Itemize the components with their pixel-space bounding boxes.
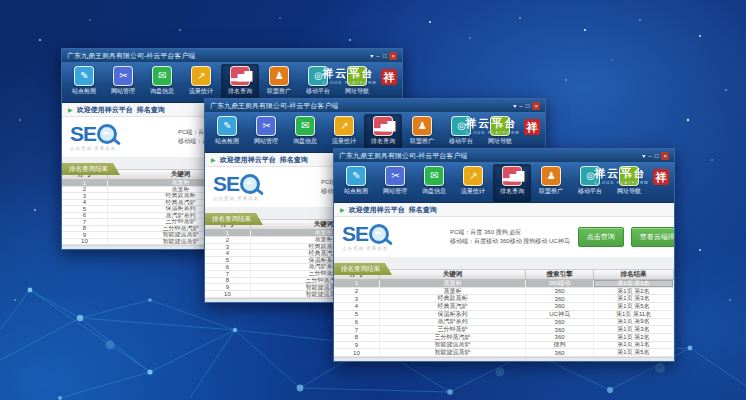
magnifier-icon: ☁ xyxy=(240,174,260,194)
table-cell: 2 xyxy=(62,187,108,193)
table-cell: 8 xyxy=(205,278,251,284)
brand-seal-icon: 祥 xyxy=(524,119,540,135)
table-cell: 3 xyxy=(205,244,251,250)
toolbar-item-traffic-stats[interactable]: ↗流量统计 xyxy=(454,164,492,202)
minimize-button[interactable]: − xyxy=(648,152,652,160)
site-check-icon: ✎ xyxy=(217,116,237,136)
maximize-button[interactable]: □ xyxy=(655,152,659,160)
table-cell: 4 xyxy=(334,303,380,310)
toolbar-item-alliance-promo[interactable]: ♟联盟推广 xyxy=(403,114,441,152)
tab-ranking-results[interactable]: 排名查询结果 xyxy=(205,213,263,225)
menu-dropdown-icon[interactable]: ▾ xyxy=(370,52,373,60)
window-titlebar[interactable]: 广东九鼎王厨具有限公司-祥云平台客户端 ▾ − □ × xyxy=(205,99,545,112)
table-cell: 保温柜系列 xyxy=(380,311,526,318)
toolbar-item-alliance-promo[interactable]: ♟联盟推广 xyxy=(532,164,570,202)
tab-ranking-results[interactable]: 排名查询结果 xyxy=(62,163,120,175)
maximize-button[interactable]: □ xyxy=(383,52,387,60)
menu-dropdown-icon[interactable]: ▾ xyxy=(642,152,645,160)
window-titlebar[interactable]: 广东九鼎王厨具有限公司-祥云平台客户端 ▾ − □ × xyxy=(62,49,402,62)
table-row[interactable]: 9智能旋流蒸炉搜狗第1页 第1名 xyxy=(334,342,674,350)
breadcrumb-arrow-icon: ▶ xyxy=(68,106,73,113)
table-cell: 7 xyxy=(334,326,380,333)
maximize-button[interactable]: □ xyxy=(526,102,530,110)
close-button[interactable]: × xyxy=(532,102,540,110)
table-cell: 第1页 第2名 xyxy=(594,334,674,341)
window-title: 广东九鼎王厨具有限公司-祥云平台客户端 xyxy=(67,51,195,61)
seo-logo: SE ☁ 点击查询 查看排名 xyxy=(342,224,442,251)
close-button[interactable]: × xyxy=(661,152,669,160)
minimize-button[interactable]: − xyxy=(519,102,523,110)
window-footer xyxy=(334,357,674,361)
toolbar-item-label: 移动平台 xyxy=(306,87,330,96)
toolbar-item-inquiry-info[interactable]: ✉询盘信息 xyxy=(415,164,453,202)
breadcrumb-section: 排名查询 xyxy=(280,155,308,165)
view-cloud-ranking-button[interactable]: 查看云端排名 xyxy=(631,227,675,247)
table-row[interactable]: 1蒸笼柜360移动第1页 第1名 xyxy=(334,280,674,288)
table-row[interactable]: 5保温柜系列UC神马第1页 第11名 xyxy=(334,311,674,319)
site-manage-icon: ✂ xyxy=(113,66,133,86)
brand-title: 祥云平台 xyxy=(322,68,377,79)
window-title: 广东九鼎王厨具有限公司-祥云平台客户端 xyxy=(339,151,467,161)
window-titlebar[interactable]: 广东九鼎王厨具有限公司-祥云平台客户端 ▾ − □ × xyxy=(334,149,674,162)
table-row[interactable]: 2蒸笼柜360第1页 第2名 xyxy=(334,288,674,296)
table-cell: 1 xyxy=(334,280,380,287)
table-row[interactable]: 3经典款蒸柜360第1页 第3名 xyxy=(334,295,674,303)
brand-seal-icon: 祥 xyxy=(653,169,669,185)
toolbar-item-inquiry-info[interactable]: ✉询盘信息 xyxy=(286,114,324,152)
breadcrumb-welcome: 欢迎使用祥云平台 xyxy=(220,155,276,165)
seo-logo: SE ☁ 点击查询 查看排名 xyxy=(213,174,313,201)
toolbar-item-site-manage[interactable]: ✂网站管理 xyxy=(247,114,285,152)
toolbar-item-label: 网站管理 xyxy=(111,87,135,96)
inquiry-info-icon: ✉ xyxy=(295,116,315,136)
table-row[interactable]: 7三分钟蒸炉360第1页 第3名 xyxy=(334,326,674,334)
banner-buttons: 点击查询 查看云端排名 xyxy=(578,227,675,247)
toolbar-item-label: 网站管理 xyxy=(254,137,278,146)
toolbar-item-site-check[interactable]: ✎站点检测 xyxy=(337,164,375,202)
mobile-engines-line: 移动端：百度移动 360移动 搜狗移动 UC神马 xyxy=(450,237,570,246)
brand-title: 祥云平台 xyxy=(594,168,649,179)
window-controls: ▾ − □ × xyxy=(370,52,397,60)
table-cell: 第1页 第1名 xyxy=(594,342,674,349)
engine-list: PC端：百度 360 搜狗 必应 移动端：百度移动 360移动 搜狗移动 UC神… xyxy=(450,228,570,246)
toolbar-item-ranking-query[interactable]: ▂▅▇排名查询 xyxy=(364,114,402,152)
toolbar-item-site-check[interactable]: ✎站点检测 xyxy=(208,114,246,152)
toolbar-item-ranking-query[interactable]: ▂▅▇排名查询 xyxy=(221,64,259,102)
toolbar-item-traffic-stats[interactable]: ↗流量统计 xyxy=(325,114,363,152)
table-row[interactable]: 6蒸汽炉系列360第1页 第9名 xyxy=(334,319,674,327)
breadcrumb-arrow-icon: ▶ xyxy=(211,156,216,163)
inquiry-info-icon: ✉ xyxy=(152,66,172,86)
toolbar-item-traffic-stats[interactable]: ↗流量统计 xyxy=(182,64,220,102)
brand-text: 祥云平台 CLOUD PLATFORM xyxy=(594,168,649,185)
toolbar-item-ranking-query[interactable]: ▂▅▇排名查询 xyxy=(493,164,531,202)
minimize-button[interactable]: − xyxy=(376,52,380,60)
table-cell: 1 xyxy=(205,230,251,236)
seo-logo: SE ☁ 点击查询 查看排名 xyxy=(70,124,170,151)
toolbar-item-inquiry-info[interactable]: ✉询盘信息 xyxy=(143,64,181,102)
toolbar-item-label: 网站管理 xyxy=(383,187,407,196)
toolbar-item-alliance-promo[interactable]: ♟联盟推广 xyxy=(260,64,298,102)
brand-logo: 祥云平台 CLOUD PLATFORM 祥 xyxy=(594,168,669,185)
table-cell: 3 xyxy=(334,295,380,302)
close-button[interactable]: × xyxy=(389,52,397,60)
tab-ranking-results[interactable]: 排名查询结果 xyxy=(334,263,392,275)
seo-wordmark: SE xyxy=(213,174,239,194)
table-row[interactable]: 4经典蒸汽炉360第1页 第5名 xyxy=(334,303,674,311)
seo-slogan: 点击查询 查看排名 xyxy=(70,146,170,151)
toolbar: ✎站点检测✂网站管理✉询盘信息↗流量统计▂▅▇排名查询♟联盟推广◎移动平台⌖网址… xyxy=(205,112,545,153)
table-row[interactable]: 10智能旋流蒸炉360第1页 第5名 xyxy=(334,349,674,357)
table-row[interactable]: 8三分钟蒸汽炉360第1页 第2名 xyxy=(334,334,674,342)
query-button[interactable]: 点击查询 xyxy=(578,227,624,247)
toolbar-item-site-manage[interactable]: ✂网站管理 xyxy=(104,64,142,102)
brand-logo: 祥云平台 CLOUD PLATFORM 祥 xyxy=(465,118,540,135)
table-cell: 蒸笼柜 xyxy=(380,288,526,295)
toolbar-item-site-check[interactable]: ✎站点检测 xyxy=(65,64,103,102)
seo-wordmark: SE xyxy=(70,124,96,144)
traffic-stats-icon: ↗ xyxy=(463,166,483,186)
toolbar-item-site-manage[interactable]: ✂网站管理 xyxy=(376,164,414,202)
toolbar-item-label: 网址导航 xyxy=(617,187,641,196)
table-cell: 360 xyxy=(526,303,594,310)
brand-text: 祥云平台 CLOUD PLATFORM xyxy=(465,118,520,135)
table-cell: 10 xyxy=(334,349,380,356)
alliance-promo-icon: ♟ xyxy=(412,116,432,136)
menu-dropdown-icon[interactable]: ▾ xyxy=(513,102,516,110)
